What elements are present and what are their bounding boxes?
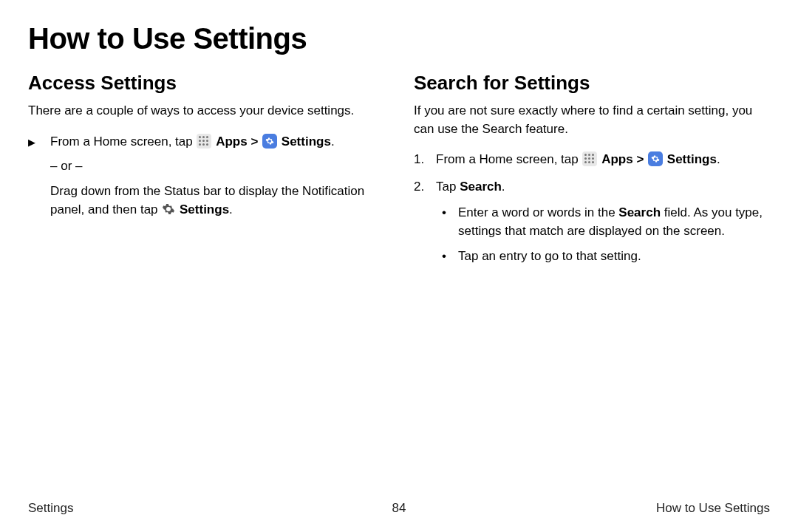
settings-label: Settings [667, 152, 717, 166]
footer-right: How to Use Settings [656, 501, 770, 516]
access-settings-heading: Access Settings [28, 72, 384, 95]
search-step2: 2. Tap Search. [436, 177, 770, 197]
right-column: Search for Settings If you are not sure … [414, 72, 770, 273]
search-step2-prefix: Tap [436, 180, 460, 194]
triangle-icon: ▶ [28, 135, 35, 150]
apps-label: Apps [601, 152, 633, 166]
settings-gear-icon [162, 202, 175, 222]
caret-icon: > [636, 152, 647, 166]
alt-period: . [229, 202, 233, 216]
apps-icon [197, 134, 211, 149]
page-title: How to Use Settings [28, 22, 770, 55]
access-step-prefix: From a Home screen, tap [50, 134, 196, 149]
search-step2-period: . [502, 180, 505, 194]
settings-blue-icon [262, 134, 277, 149]
caret-icon: > [250, 134, 262, 149]
footer-left: Settings [28, 501, 73, 516]
bullet1-a: Enter a word or words in the [458, 205, 618, 219]
or-separator: – or – [50, 159, 384, 174]
apps-label: Apps [216, 134, 248, 149]
page-footer: Settings 84 How to Use Settings [0, 501, 798, 516]
search-step1: 1. From a Home screen, tap Apps > Settin… [436, 150, 770, 169]
step-number-1: 1. [414, 150, 424, 169]
bullet2-text: Tap an entry to go to that setting. [458, 249, 641, 263]
search-step1-prefix: From a Home screen, tap [436, 152, 582, 166]
search-bullet-2: • Tap an entry to go to that setting. [458, 248, 770, 266]
search-bullet-1: • Enter a word or words in the Search fi… [458, 204, 770, 240]
period: . [331, 134, 335, 149]
alt-settings-label: Settings [180, 202, 229, 216]
left-column: Access Settings There are a couple of wa… [28, 72, 384, 273]
bullet1-bold: Search [618, 205, 661, 219]
bullet-icon: • [442, 204, 446, 222]
bullet-icon: • [442, 248, 446, 266]
two-column-layout: Access Settings There are a couple of wa… [28, 72, 770, 273]
access-alt-line: Drag down from the Status bar to display… [50, 183, 384, 221]
search-settings-heading: Search for Settings [414, 72, 770, 95]
search-settings-intro: If you are not sure exactly where to fin… [414, 102, 770, 138]
search-step2-bold: Search [460, 180, 502, 194]
settings-label: Settings [282, 134, 331, 149]
step-number-2: 2. [414, 177, 424, 197]
access-settings-intro: There are a couple of ways to access you… [28, 102, 384, 120]
footer-page-number: 84 [392, 501, 406, 516]
access-step-line: ▶ From a Home screen, tap Apps > Setting… [50, 132, 384, 151]
settings-blue-icon [648, 151, 663, 166]
apps-icon [582, 151, 597, 166]
period: . [717, 152, 720, 166]
